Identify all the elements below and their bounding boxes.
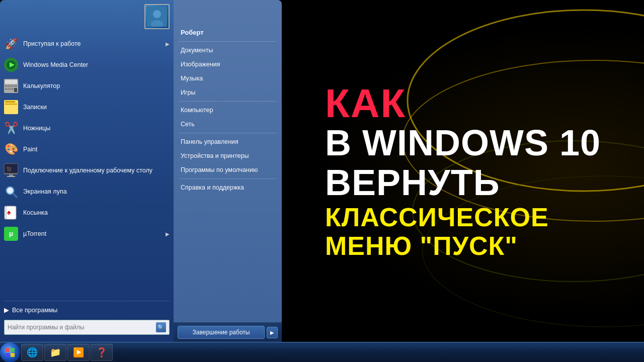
username-label: Роберт <box>181 29 204 36</box>
taskbar-folder-button[interactable]: 📁 <box>44 344 66 361</box>
help-label: Справка и поддержка <box>181 184 244 191</box>
control-panel-label: Панель управления <box>181 138 238 145</box>
images-label: Изображения <box>181 61 220 68</box>
main-area: 🚀 Приступая к работе ▶ Windows Media Cen… <box>0 0 644 342</box>
svg-rect-15 <box>14 88 17 92</box>
remote-desktop-icon: ⬛ <box>3 162 19 178</box>
svg-rect-36 <box>6 353 10 357</box>
network-label: Сеть <box>181 121 195 128</box>
menu-item-label: Windows Media Center <box>23 61 170 69</box>
right-menu-documents[interactable]: Документы <box>174 43 282 57</box>
menu-item-label: Paint <box>23 146 170 153</box>
svg-rect-17 <box>5 101 15 103</box>
menu-item-utorrent[interactable]: µ µTorrent ▶ <box>0 223 174 244</box>
right-menu-help[interactable]: Справка и поддержка <box>174 180 282 195</box>
right-menu-music[interactable]: Музыка <box>174 71 282 85</box>
devices-label: Устройства и принтеры <box>181 152 249 159</box>
paint-icon: 🎨 <box>3 141 19 157</box>
svg-rect-18 <box>5 104 17 105</box>
wmc-icon <box>3 57 19 73</box>
start-orb-inner <box>3 345 17 359</box>
media-icon: ▶️ <box>73 347 84 358</box>
text-overlay: КАК В WINDOWS 10 ВЕРНУТЬ КЛАССИЧЕСКОЕ МЕ… <box>305 71 621 270</box>
svg-rect-22 <box>7 176 15 177</box>
menu-item-paint[interactable]: 🎨 Paint <box>0 139 174 160</box>
text-line-vernut: ВЕРНУТЬ <box>325 163 601 203</box>
all-programs-btn[interactable]: ▶ Все программы <box>0 303 174 317</box>
arrow-icon: ▶ <box>166 231 170 237</box>
right-menu-images[interactable]: Изображения <box>174 57 282 71</box>
text-line-menu-pusk: МЕНЮ "ПУСК" <box>325 232 601 260</box>
menu-item-sticky-notes[interactable]: Записки <box>0 97 174 118</box>
scissors-icon: ✂️ <box>3 120 19 136</box>
magnifier-icon <box>3 184 19 200</box>
menu-item-label: Записки <box>23 104 170 111</box>
getting-started-icon: 🚀 <box>3 36 19 52</box>
menu-item-wmc[interactable]: Windows Media Center <box>0 54 174 75</box>
right-divider-4 <box>179 178 277 179</box>
computer-label: Компьютер <box>181 107 213 114</box>
user-avatar <box>144 4 170 29</box>
ie-icon: 🌐 <box>27 347 38 358</box>
right-menu-default-programs[interactable]: Программы по умолчанию <box>174 163 282 177</box>
search-box: 🔍 <box>4 320 170 335</box>
menu-item-label: µTorrent <box>23 230 162 238</box>
user-avatar-area <box>0 4 174 31</box>
all-programs-label: Все программы <box>12 307 57 314</box>
svg-rect-7 <box>5 80 17 84</box>
menu-items-list: 🚀 Приступая к работе ▶ Windows Media Cen… <box>0 33 174 299</box>
svg-rect-10 <box>11 85 14 87</box>
shutdown-button[interactable]: Завершение работы <box>178 326 265 339</box>
menu-item-remote-desktop[interactable]: ⬛ Подключение к удаленному рабочему стол… <box>0 160 174 181</box>
right-menu-devices[interactable]: Устройства и принтеры <box>174 149 282 163</box>
video-content-area: КАК В WINDOWS 10 ВЕРНУТЬ КЛАССИЧЕСКОЕ МЕ… <box>282 0 644 342</box>
start-menu-right-panel: Роберт Документы Изображения Музыка Игры… <box>174 0 282 342</box>
svg-line-26 <box>13 194 17 198</box>
shutdown-arrow-button[interactable]: ▶ <box>267 327 278 338</box>
svg-point-25 <box>8 188 13 193</box>
svg-rect-37 <box>11 353 15 357</box>
svg-rect-11 <box>14 85 17 87</box>
right-menu-network[interactable]: Сеть <box>174 117 282 131</box>
menu-item-solitaire[interactable]: ♠ Косынка <box>0 202 174 223</box>
taskbar-ie-button[interactable]: 🌐 <box>21 344 43 361</box>
menu-item-label: Калькулятор <box>23 82 170 90</box>
menu-item-getting-started[interactable]: 🚀 Приступая к работе ▶ <box>0 33 174 54</box>
taskbar-help-button[interactable]: ❓ <box>91 344 113 361</box>
music-label: Музыка <box>181 75 203 82</box>
menu-item-calculator[interactable]: Калькулятор <box>0 75 174 97</box>
menu-item-magnifier[interactable]: Экранная лупа <box>0 181 174 202</box>
games-label: Игры <box>181 89 195 96</box>
solitaire-icon: ♠ <box>3 205 19 221</box>
svg-rect-12 <box>5 88 8 90</box>
text-line-kak: КАК <box>325 81 601 126</box>
all-programs-arrow: ▶ <box>4 306 9 314</box>
menu-item-scissors[interactable]: ✂️ Ножницы <box>0 118 174 139</box>
svg-rect-8 <box>5 85 8 87</box>
start-menu-left-panel: 🚀 Приступая к работе ▶ Windows Media Cen… <box>0 0 174 342</box>
username-item[interactable]: Роберт <box>174 25 282 40</box>
start-orb-button[interactable] <box>0 342 20 363</box>
svg-rect-21 <box>9 174 13 176</box>
right-menu-control-panel[interactable]: Панель управления <box>174 135 282 149</box>
menu-item-label: Подключение к удаленному рабочему столу <box>23 167 170 174</box>
svg-rect-14 <box>11 88 14 90</box>
taskbar-media-button[interactable]: ▶️ <box>67 344 90 361</box>
menu-item-label: Экранная лупа <box>23 188 170 196</box>
right-menu-computer[interactable]: Компьютер <box>174 103 282 117</box>
search-button[interactable]: 🔍 <box>156 322 166 332</box>
svg-rect-35 <box>11 348 15 352</box>
menu-item-label: Косынка <box>23 209 170 217</box>
text-line-windows10: В WINDOWS 10 <box>325 123 601 163</box>
calculator-icon <box>3 78 19 94</box>
svg-rect-13 <box>8 88 11 90</box>
svg-point-1 <box>153 10 161 18</box>
right-divider-1 <box>179 41 277 42</box>
arrow-icon: ▶ <box>166 41 170 47</box>
search-input[interactable] <box>8 324 156 331</box>
taskbar: 🌐 📁 ▶️ ❓ <box>0 342 644 362</box>
text-line-klassicheskoe: КЛАССИЧЕСКОЕ <box>325 203 601 232</box>
right-menu-games[interactable]: Игры <box>174 85 282 100</box>
menu-divider <box>4 301 170 301</box>
svg-rect-9 <box>8 85 11 87</box>
